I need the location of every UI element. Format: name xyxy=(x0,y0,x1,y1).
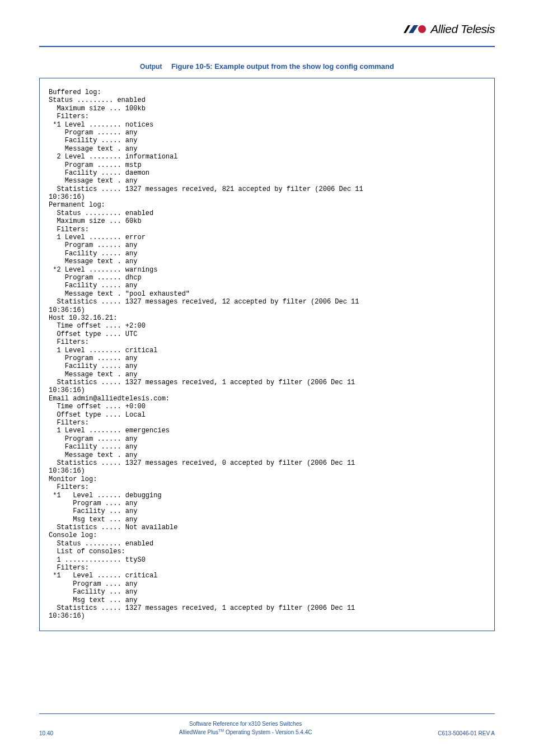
footer-version-line: AlliedWare PlusTM Operating System - Ver… xyxy=(179,728,312,736)
page-header: Allied Telesis xyxy=(0,0,534,41)
footer-reference-title: Software Reference for x310 Series Switc… xyxy=(179,720,312,728)
figure-title: Figure 10-5: Example output from the sho… xyxy=(171,62,394,71)
page-footer: 10.40 Software Reference for x310 Series… xyxy=(39,713,495,736)
footer-divider xyxy=(39,713,495,714)
trademark-symbol: TM xyxy=(218,729,224,732)
footer-content: 10.40 Software Reference for x310 Series… xyxy=(39,720,495,736)
output-header: Output Figure 10-5: Example output from … xyxy=(39,61,495,71)
header-divider xyxy=(39,46,495,47)
footer-center: Software Reference for x310 Series Switc… xyxy=(179,720,312,736)
brand-name: Allied Telesis xyxy=(430,22,495,36)
svg-point-0 xyxy=(418,25,426,33)
output-label: Output xyxy=(140,63,162,71)
footer-product-prefix: AlliedWare Plus xyxy=(179,729,218,735)
footer-product-suffix: Operating System - Version 5.4.4C xyxy=(224,729,312,735)
output-console-box: Buffered log: Status ......... enabled M… xyxy=(39,78,495,631)
footer-revision: C613-50046-01 REV A xyxy=(438,730,495,736)
page-number: 10.40 xyxy=(39,730,53,736)
brand-logo: Allied Telesis xyxy=(402,22,495,36)
logo-mark-icon xyxy=(402,24,427,34)
output-section: Output Figure 10-5: Example output from … xyxy=(39,61,495,631)
